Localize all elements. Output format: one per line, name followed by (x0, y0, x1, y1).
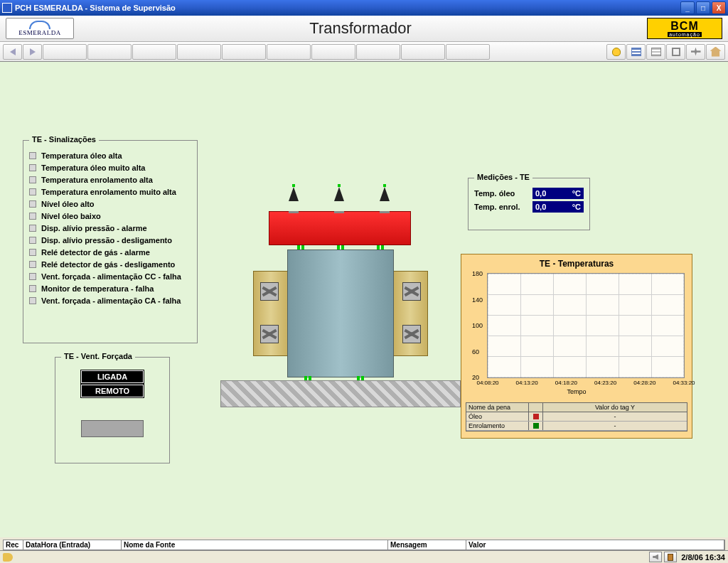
arrow-left-icon (10, 48, 16, 55)
signal-label: Relé detector de gás - alarme (41, 248, 150, 257)
legend-value: - (543, 422, 687, 430)
signal-label: Temperatura enrolamento muito alta (41, 188, 176, 196)
measure-label: Temp. enrol. (474, 203, 520, 211)
toolbar-slot-7[interactable] (311, 44, 355, 60)
status-indicator (29, 225, 36, 232)
toolbar-slot-2[interactable] (87, 44, 132, 60)
key-icon (3, 553, 13, 562)
status-indicator (29, 273, 36, 280)
chart-title: TE - Temperaturas (461, 254, 692, 273)
signal-item: Temperatura enrolamento alta (29, 173, 191, 186)
chart-plot[interactable]: 1801401006020 04:08:2004:13:2004:18:2004… (487, 273, 685, 378)
chart-xtick: 04:18:20 (555, 380, 577, 386)
status-indicator (29, 261, 36, 268)
vent-mode-button[interactable]: REMOTO (81, 385, 144, 397)
logo-bcm: BCM automação (647, 18, 722, 39)
chart-ytick: 180 (472, 270, 483, 277)
log-button[interactable] (646, 44, 665, 60)
toolbar-slot-3[interactable] (132, 44, 176, 60)
toolbar (0, 42, 728, 62)
toolbar-slot-5[interactable] (222, 44, 266, 60)
legend-value: - (543, 412, 687, 421)
nav-back-button[interactable] (3, 44, 22, 60)
legend-name: Enrolamento (466, 422, 529, 430)
toolbar-slot-10[interactable] (446, 44, 490, 60)
signal-item: Monitor de temperatura - falha (29, 282, 191, 294)
chart-legend: Nome da pena Valor do tag Y Óleo-Enrolam… (466, 402, 687, 431)
fan-icon (260, 282, 279, 301)
fan-icon (402, 282, 421, 301)
legend-row: Enrolamento- (466, 422, 687, 431)
titlebar: PCH ESMERALDA - Sistema de Supervisão _ … (0, 0, 728, 16)
measure-row: Temp. enrol.0,0°C (474, 201, 584, 213)
signal-label: Nível óleo alto (41, 200, 95, 208)
home-icon (710, 47, 722, 57)
chart-ytick: 140 (472, 296, 483, 304)
signal-label: Temperatura enrolamento alta (41, 176, 153, 184)
nav-fwd-button[interactable] (23, 44, 42, 60)
legend-swatch-icon (533, 414, 539, 419)
speaker-icon (653, 554, 658, 560)
chart-xlabel: Tempo (461, 388, 692, 395)
signal-item: Vent. forçada - alimentação CA - falha (29, 294, 191, 306)
fan-icon (402, 325, 421, 343)
chart-xtick: 04:13:20 (516, 380, 538, 386)
maximize-button[interactable]: □ (696, 1, 710, 14)
status-datetime: 2/8/06 16:34 (681, 553, 725, 562)
toolbar-slot-8[interactable] (356, 44, 400, 60)
toolbar-slot-6[interactable] (267, 44, 311, 60)
scada-canvas: TE - Sinalizações Temperatura óleo altaT… (0, 62, 728, 537)
grid2-icon (651, 48, 661, 56)
signal-item: Disp. alívio pressão - alarme (29, 222, 191, 234)
square-icon (672, 48, 680, 56)
home-button[interactable] (706, 44, 725, 60)
logo-esmeralda: ESMERALDA (6, 18, 74, 39)
status-indicator (29, 176, 36, 183)
signal-item: Temperatura óleo alta (29, 149, 191, 161)
vent-title: TE - Vent. Forçada (61, 352, 135, 360)
status-indicator (29, 237, 36, 244)
minimize-button[interactable]: _ (680, 1, 695, 14)
message-grid-header: Rec DataHora (Entrada) Nome da Fonte Men… (3, 540, 725, 550)
signal-label: Nível óleo baixo (41, 212, 101, 220)
header: ESMERALDA Transformador BCM automação (0, 16, 728, 42)
screen-button[interactable] (666, 44, 685, 60)
signal-label: Temperatura óleo muito alta (41, 163, 146, 172)
status-indicator (29, 152, 36, 159)
signal-label: Vent. forçada - alimentação CC - falha (41, 272, 181, 281)
chart-ytick: 100 (472, 322, 483, 329)
status-indicator (29, 213, 36, 220)
chart-ytick: 60 (472, 348, 479, 355)
tools-button[interactable] (686, 44, 705, 60)
chart-xtick: 04:08:20 (476, 380, 498, 386)
legend-row: Óleo- (466, 412, 687, 422)
signal-item: Vent. forçada - alimentação CC - falha (29, 270, 191, 282)
measures-title: Medições - TE (474, 173, 532, 181)
events-button[interactable] (626, 44, 646, 60)
alarms-button[interactable] (606, 44, 626, 60)
status-indicator (29, 200, 36, 208)
status-indicator (29, 285, 36, 292)
measure-value: 0,0°C (532, 188, 584, 199)
window-title: PCH ESMERALDA - Sistema de Supervisão (15, 4, 680, 12)
signal-item: Temperatura óleo muito alta (29, 161, 191, 173)
measures-panel: Medições - TE Temp. óleo0,0°CTemp. enrol… (468, 178, 590, 230)
vent-on-button[interactable]: LIGADA (81, 370, 144, 383)
status-indicator (29, 297, 36, 304)
ack-sound-button[interactable] (649, 552, 662, 562)
toolbar-slot-9[interactable] (401, 44, 445, 60)
toolbar-slot-4[interactable] (177, 44, 221, 60)
status-indicator (29, 188, 36, 195)
signal-item: Relé detector de gás - alarme (29, 246, 191, 258)
toolbar-slot-1[interactable] (43, 44, 87, 60)
arrow-right-icon (30, 48, 36, 55)
exit-button[interactable] (664, 552, 677, 562)
signal-label: Vent. forçada - alimentação CA - falha (41, 296, 181, 305)
chart-panel: TE - Temperaturas 1801401006020 04:08:20… (461, 254, 692, 439)
app-window: PCH ESMERALDA - Sistema de Supervisão _ … (0, 0, 728, 563)
signal-label: Relé detector de gás - desligamento (41, 260, 175, 269)
signal-label: Disp. alívio pressão - alarme (41, 224, 147, 232)
close-button[interactable]: X (712, 1, 726, 14)
legend-swatch-icon (533, 423, 539, 429)
measure-value: 0,0°C (532, 201, 584, 213)
